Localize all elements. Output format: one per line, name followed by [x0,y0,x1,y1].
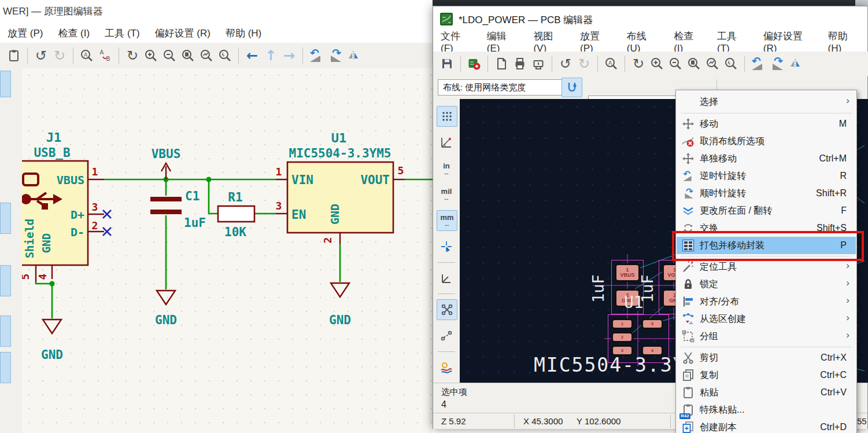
blank-icon [681,95,696,109]
refresh-button[interactable]: ↻ [629,54,648,74]
redo-button[interactable]: ↻ [575,54,593,74]
rotate-ccw-button[interactable]: ↶ [307,46,326,65]
u1-pin-vin: VIN [291,173,313,187]
polar-coords-button[interactable] [437,133,456,152]
c1-pad-1[interactable]: 1VBUS [615,263,640,282]
menu-item-shortcut: Ctrl+X [821,353,847,363]
vbus-power-symbol[interactable]: VBUS [152,147,181,179]
find-replace-button[interactable] [96,46,114,65]
zoom-out-button[interactable] [160,46,179,65]
rotate-cw-button[interactable]: ↷ [326,46,344,65]
highlight-net-button[interactable] [437,357,456,377]
u1-pad-2[interactable]: 2 [611,332,633,343]
rotate-cw-button[interactable]: ↷ [767,54,786,74]
track-width-select[interactable]: 布线: 使用网络类宽度 [438,79,572,96]
zoom-objects-button[interactable] [703,54,722,74]
units-inch-button[interactable]: in [437,159,456,179]
page-settings-button[interactable] [492,54,511,74]
menu-help[interactable]: 帮助 (H) [821,32,867,52]
menu-item-shortcut: F [841,206,847,216]
left-tool-button-partial[interactable] [0,265,11,296]
save-button[interactable] [438,54,456,74]
menu-view[interactable]: 视图 (V) [526,32,572,52]
menu-inspect[interactable]: 检查 (I) [666,32,710,52]
zoom-in-button[interactable] [142,46,160,65]
zoom-in-button[interactable] [648,54,666,74]
undo-button[interactable]: ↺ [32,46,50,65]
menu-item-paste-special[interactable]: R42 特殊粘贴... [677,401,856,419]
menu-file[interactable]: 文件 (F) [433,32,479,52]
find-button[interactable] [602,54,620,74]
u1-value-silk[interactable]: MIC5504-3.3YM [534,354,698,376]
menu-item-unroute[interactable]: 取消布线所选项 [677,133,856,150]
flip-button[interactable] [786,54,804,74]
menu-item-create-from-selection[interactable]: 从选区创建 [677,310,856,328]
menu-place[interactable]: 放置 (P) [572,32,619,52]
menu-tools[interactable]: 工具 (T) [710,32,756,52]
left-tool-button-partial[interactable] [0,315,11,347]
zoom-fit-button[interactable] [179,46,197,65]
c1-symbol[interactable]: C1 1uF [150,189,206,230]
ratsnest-button[interactable] [437,299,457,320]
menu-preferences[interactable]: 偏好设置 (R) [756,32,821,52]
cursor-style-button[interactable] [437,237,456,256]
zoom-selection-button[interactable] [216,46,234,65]
menu-item-align-distribute[interactable]: 对齐/分布 [677,293,856,310]
paste-button[interactable] [5,46,23,65]
nav-back-button[interactable]: ← [243,46,261,65]
grid-dots-button[interactable] [437,106,457,127]
zoom-selection-button[interactable] [722,54,740,74]
units-mm-button[interactable]: mm [437,210,457,231]
menu-inspect[interactable]: 检查 (I) [50,23,97,43]
menu-item-flip[interactable]: 更改所在面 / 翻转 F [677,202,856,219]
board-setup-button[interactable] [465,54,483,74]
menu-item-move-individually[interactable]: 单独移动 Ctrl+M [677,150,856,167]
menu-item-group[interactable]: 分组 [677,328,856,345]
menu-item-cut[interactable]: 剪切 Ctrl+X [677,349,856,366]
menu-route[interactable]: 布线 (U) [619,32,666,52]
left-tool-button-partial[interactable] [0,352,11,383]
c1-ref: C1 [185,189,200,203]
u1-ref-silk[interactable]: U1 [624,293,644,312]
nav-up-button[interactable]: ↑ [261,46,280,65]
u1-pad-1[interactable]: 1 [611,318,633,329]
ratsnest-curved-button[interactable] [437,326,456,346]
menu-place[interactable]: 放置 (P) [0,23,50,43]
u1-pad-5[interactable]: 5 [641,318,663,329]
menu-edit[interactable]: 编辑 (E) [479,32,526,52]
nav-forward-button[interactable]: → [280,46,298,65]
units-mil-button[interactable]: mil [437,185,456,204]
gnd-symbols[interactable] [43,283,349,333]
print-button[interactable] [511,54,529,74]
left-tool-button-partial[interactable] [0,203,11,234]
left-tool-button-partial[interactable] [0,71,11,97]
menu-item-duplicate[interactable]: 创建副本 Ctrl+D [677,419,856,433]
j1-symbol[interactable]: J1 USB_B VBUS D+ D- Shield GND 1 3 2 5 4 [22,130,111,282]
rotate-ccw-button[interactable]: ↶ [749,54,767,74]
c1-value-silk[interactable]: 1uF [589,274,607,303]
menu-item-rotate-cw[interactable]: ↷ 顺时针旋转 Shift+R [677,185,856,202]
plot-button[interactable] [529,54,548,74]
track-posture-button[interactable] [562,78,582,97]
refresh-button[interactable]: ↻ [123,46,142,65]
undo-button[interactable]: ↺ [556,54,575,74]
zoom-fit-button[interactable] [685,54,703,74]
menu-help[interactable]: 帮助 (H) [218,23,269,43]
menu-preferences[interactable]: 偏好设置 (R) [147,23,218,43]
menu-tools[interactable]: 工具 (T) [97,23,147,43]
menu-item-rotate-ccw[interactable]: ↶ 逆时针旋转 R [677,167,856,185]
j1-pin1-num: 1 [92,166,98,178]
menu-item-lock[interactable]: 锁定 [677,276,856,293]
find-button[interactable] [77,46,96,65]
redo-button[interactable]: ↻ [50,46,69,65]
r1-symbol[interactable]: R1 10K [218,190,254,239]
mirror-button[interactable] [344,46,363,65]
menu-item-move[interactable]: 移动 M [677,115,856,133]
free-angle-button[interactable] [437,268,456,288]
zoom-objects-button[interactable] [197,46,216,65]
u1-symbol[interactable]: U1 MIC5504-3.3YM5 VIN VOUT EN GND 1 3 5 … [276,131,405,244]
zoom-out-button[interactable] [666,54,685,74]
menu-item-select[interactable]: 选择 [677,93,856,111]
menu-item-copy[interactable]: 复制 Ctrl+C [677,366,856,384]
menu-item-paste[interactable]: 粘贴 Ctrl+V [677,384,856,401]
